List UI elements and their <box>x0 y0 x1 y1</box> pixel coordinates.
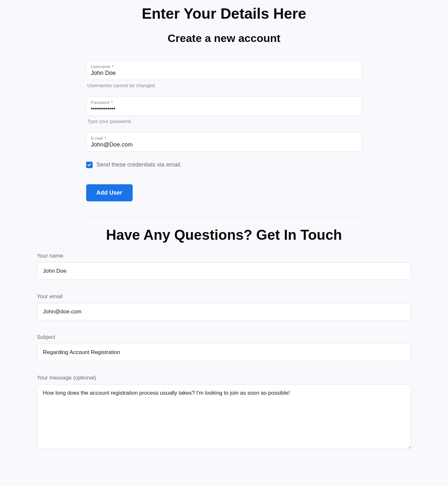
password-label: Password * <box>91 100 357 105</box>
check-icon <box>87 163 91 167</box>
email-label-text: E-mail <box>91 136 103 141</box>
password-label-text: Password <box>91 100 109 105</box>
send-credentials-row: Send these credentials via email. <box>86 161 362 168</box>
section-divider <box>86 217 362 217</box>
send-credentials-label: Send these credentials via email. <box>97 161 182 168</box>
required-star-icon: * <box>112 64 114 69</box>
name-input[interactable] <box>37 262 411 280</box>
password-field-wrapper: Password * <box>86 96 362 116</box>
username-label-text: Username <box>91 64 110 69</box>
subject-input[interactable] <box>37 344 411 361</box>
subject-label: Subject <box>37 334 411 340</box>
contact-form: Your name Your email Subject Your messag… <box>30 253 418 450</box>
username-helper: Usernames cannot be changed. <box>87 83 362 88</box>
send-credentials-checkbox[interactable] <box>86 162 93 168</box>
email-field-wrapper: E-mail * <box>86 132 362 152</box>
password-helper: Type your password. <box>87 118 362 124</box>
required-star-icon: * <box>111 100 113 105</box>
username-field-wrapper: Username * <box>86 61 362 80</box>
page-title: Enter Your Details Here <box>0 0 448 32</box>
username-input[interactable] <box>91 70 357 76</box>
message-textarea[interactable]: How long does the account registration p… <box>37 384 411 449</box>
username-label: Username * <box>91 64 357 69</box>
add-user-button[interactable]: Add User <box>86 184 133 201</box>
message-label: Your message (optional) <box>37 375 411 381</box>
register-form: Username * Usernames cannot be changed. … <box>80 61 369 243</box>
page-subtitle: Create a new account <box>0 32 448 61</box>
email-label: E-mail * <box>91 136 357 141</box>
name-label: Your name <box>37 253 411 259</box>
contact-email-label: Your email <box>37 293 411 300</box>
password-input[interactable] <box>91 106 357 112</box>
contact-email-input[interactable] <box>37 303 411 320</box>
required-star-icon: * <box>105 136 106 141</box>
email-input[interactable] <box>91 141 357 148</box>
contact-title: Have Any Questions? Get In Touch <box>86 227 362 243</box>
